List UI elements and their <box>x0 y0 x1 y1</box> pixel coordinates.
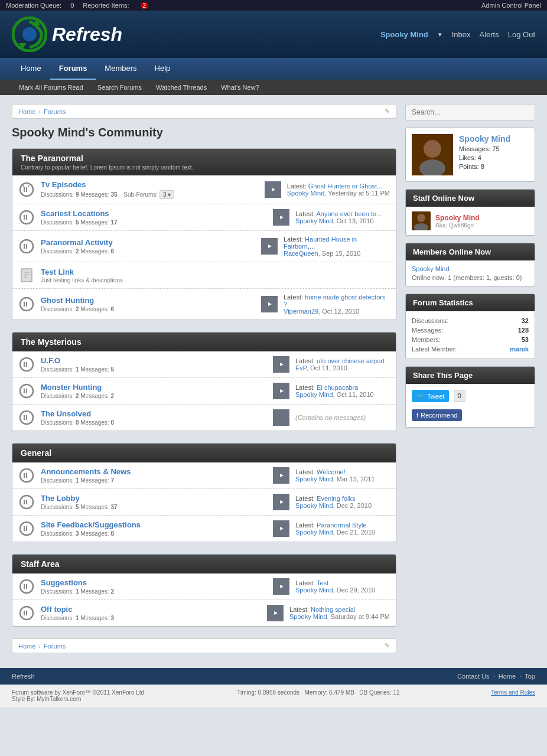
search-input[interactable] <box>405 104 535 120</box>
category-mysterious: The Mysterious U.F.O Discussions: 1 Mess… <box>12 332 396 431</box>
forum-name-ghost-hunting[interactable]: Ghost Hunting <box>41 296 94 305</box>
members-online-header: Members Online Now <box>406 243 535 260</box>
inbox-link[interactable]: Inbox <box>452 30 471 39</box>
footer-contact[interactable]: Contact Us <box>457 673 489 680</box>
latest-user-off-topic[interactable]: Spooky Mind <box>289 613 327 620</box>
forum-meta-monster-hunting: Discussions: 2 Messages: 2 <box>41 393 267 399</box>
forum-name-unsolved[interactable]: The Unsolved <box>41 409 91 418</box>
latest-time-monster-hunting: , Oct 11, 2010 <box>333 391 374 398</box>
forum-name-test-link[interactable]: Test Link <box>41 268 74 276</box>
forum-icon-suggestions <box>18 578 35 595</box>
latest-time-suggestions: , Dec 29, 2010 <box>333 586 376 594</box>
logout-link[interactable]: Log Out <box>508 30 535 39</box>
footer-edit-icon[interactable]: ✎ <box>385 642 390 650</box>
category-header-general: General <box>12 444 396 462</box>
latest-post-ufo[interactable]: ufo over chinese airport <box>317 357 385 364</box>
latest-user-suggestions[interactable]: Spooky Mind <box>295 586 333 594</box>
forum-meta-scariest: Discussions: 5 Messages: 17 <box>41 219 267 226</box>
subnav-watched-threads[interactable]: Watched Threads <box>149 80 214 95</box>
forum-meta-paranormal-activity: Discussions: 2 Messages: 6 <box>41 248 255 255</box>
admin-control-panel-link[interactable]: Admin Control Panel <box>481 2 541 9</box>
latest-user-ufo[interactable]: EvP <box>295 364 307 372</box>
forum-info-monster-hunting: Monster Hunting Discussions: 2 Messages:… <box>41 383 267 399</box>
forum-name-suggestions[interactable]: Suggestions <box>41 578 87 587</box>
online-member-link[interactable]: Spooky Mind <box>412 265 450 272</box>
latest-user-paranormal-activity[interactable]: RaceQueen <box>284 250 318 257</box>
breadcrumb-edit-icon[interactable]: ✎ <box>385 107 390 115</box>
latest-post-scariest[interactable]: Anyone ever been to... <box>316 210 382 217</box>
svg-rect-25 <box>276 414 286 421</box>
footer-top[interactable]: Top <box>525 673 535 680</box>
category-title-mysterious: The Mysterious <box>21 337 388 347</box>
sub-forums-btn-tv[interactable]: 3 ▾ <box>159 190 174 199</box>
forum-name-lobby[interactable]: The Lobby <box>41 494 80 503</box>
staff-item: Spooky Mind Aka: Qwk86gn <box>406 207 535 235</box>
breadcrumb-home[interactable]: Home <box>18 108 35 115</box>
nav-help[interactable]: Help <box>146 58 180 80</box>
forum-latest-suggestions: Latest: Test Spooky Mind, Dec 29, 2010 <box>295 579 390 594</box>
reported-items-label: Reported Items: <box>83 2 129 9</box>
alerts-link[interactable]: Alerts <box>480 30 499 39</box>
footer-breadcrumb-forums[interactable]: Forums <box>44 643 66 650</box>
staff-online-header: Staff Online Now <box>406 190 535 207</box>
forum-latest-lobby: Latest: Evening folks Spooky Mind, Dec 2… <box>295 495 390 509</box>
latest-post-feedback[interactable]: Paranormal Style <box>317 522 366 529</box>
latest-user-monster-hunting[interactable]: Spooky Mind <box>295 391 333 398</box>
nav-members[interactable]: Members <box>96 58 145 80</box>
staff-name: Spooky Mind <box>435 214 480 222</box>
footer-home[interactable]: Home <box>499 673 516 680</box>
footer-terms[interactable]: Terms and Rules <box>491 689 535 702</box>
category-header-paranormal: The Paranormal Contrary to popular belie… <box>12 149 396 175</box>
latest-user-tv[interactable]: Spooky Mind <box>287 190 325 197</box>
latest-time-ghost-hunting: , Oct 12, 2010 <box>318 308 359 315</box>
latest-user-feedback[interactable]: Spooky Mind <box>295 529 333 536</box>
latest-post-off-topic[interactable]: Nothing special <box>311 606 355 613</box>
forum-name-tv-episodes[interactable]: Tv Episodes <box>41 180 86 189</box>
subnav-search-forums[interactable]: Search Forums <box>90 80 149 95</box>
discussions-scariest: Discussions: 5 <box>41 219 79 226</box>
sidebar: Spooky Mind Messages: 75 Likes: 4 Points… <box>405 104 535 653</box>
latest-icon-scariest <box>273 209 289 226</box>
forum-name-scariest[interactable]: Scariest Locations <box>41 209 109 218</box>
forum-icon-feedback <box>18 520 35 537</box>
latest-member-link[interactable]: manik <box>510 346 529 353</box>
moderation-count: 0 <box>70 2 74 9</box>
forum-row-paranormal-activity: Paranormal Activity Discussions: 2 Messa… <box>12 231 396 262</box>
nav-home[interactable]: Home <box>12 58 50 80</box>
breadcrumb-sep1: › <box>38 108 41 115</box>
recommend-button[interactable]: f Recommend <box>412 409 462 421</box>
forum-icon-off-topic <box>18 605 35 621</box>
latest-user-ghost-hunting[interactable]: Viperman29 <box>284 308 318 315</box>
latest-user-scariest[interactable]: Spooky Mind <box>295 217 333 224</box>
forum-name-announcements[interactable]: Announcements & News <box>41 467 131 476</box>
forum-info-test-link: Test Link Just testing links & descripti… <box>41 268 267 284</box>
forum-row-feedback: Site Feedback/Suggestions Discussions: 3… <box>12 516 396 542</box>
forum-latest-ghost-hunting: Latest: home made ghost detectors ? Vipe… <box>284 294 390 315</box>
latest-post-announcements[interactable]: Welcome! <box>317 468 346 475</box>
latest-post-monster-hunting[interactable]: El chupacabra <box>317 384 358 391</box>
footer-breadcrumb-home[interactable]: Home <box>18 643 35 650</box>
latest-time-paranormal-activity: , Sep 15, 2010 <box>318 250 361 257</box>
forum-name-feedback[interactable]: Site Feedback/Suggestions <box>41 520 141 529</box>
latest-post-lobby[interactable]: Evening folks <box>317 495 355 502</box>
forum-name-ufo[interactable]: U.F.O <box>41 356 60 365</box>
forum-name-monster-hunting[interactable]: Monster Hunting <box>41 383 102 392</box>
nav-forums[interactable]: Forums <box>50 58 96 80</box>
forum-name-paranormal-activity[interactable]: Paranormal Activity <box>41 238 113 247</box>
category-header-mysterious: The Mysterious <box>12 333 396 351</box>
username-link[interactable]: Spooky Mind <box>380 30 428 39</box>
forum-icon-scariest <box>18 209 35 226</box>
breadcrumb-forums[interactable]: Forums <box>44 108 66 115</box>
latest-post-tv[interactable]: Ghost Hunters or Ghost... <box>308 183 382 190</box>
subnav-mark-read[interactable]: Mark All Forums Read <box>12 80 90 95</box>
forum-name-off-topic[interactable]: Off topic <box>41 605 72 614</box>
latest-user-announcements[interactable]: Spooky Mind <box>295 475 333 483</box>
discussions-label: Discussions: 9 <box>41 191 79 198</box>
tweet-button[interactable]: 🐦 Tweet <box>412 390 449 402</box>
subnav-whats-new[interactable]: What's New? <box>214 80 266 95</box>
forum-meta-unsolved: Discussions: 0 Messages: 0 <box>41 419 267 426</box>
recommend-row: f Recommend <box>412 406 529 421</box>
forum-meta-feedback: Discussions: 3 Messages: 8 <box>41 530 267 537</box>
latest-user-lobby[interactable]: Spooky Mind <box>295 502 333 509</box>
latest-post-suggestions[interactable]: Test <box>317 579 328 586</box>
